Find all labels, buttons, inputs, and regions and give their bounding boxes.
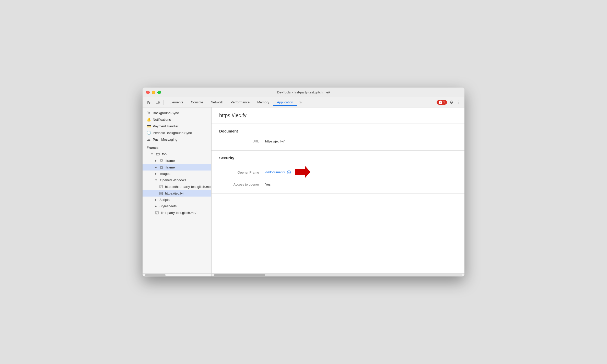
- sidebar-scrollbar: [143, 273, 212, 276]
- sidebar-item-jec-fyi[interactable]: https://jec.fyi: [143, 190, 211, 197]
- sidebar-item-thirdparty-label: https://third-party-test.glitch.me/p...: [165, 185, 211, 189]
- sidebar-item-iframe-2[interactable]: ▶ iframe: [143, 164, 211, 171]
- opener-frame-container: <#document> ⊕: [265, 166, 310, 178]
- sidebar-item-notifications[interactable]: 🔔 Notifications: [143, 116, 211, 123]
- sidebar-item-payment-handler[interactable]: 💳 Payment Handler: [143, 123, 211, 129]
- sidebar-item-iframe1-label: iframe: [166, 159, 175, 163]
- frame-icon-1: [159, 159, 164, 163]
- content-scrollbar: [212, 273, 464, 276]
- tab-console[interactable]: Console: [187, 99, 207, 106]
- svg-text:⊕: ⊕: [288, 171, 289, 174]
- sidebar-item-firstparty-label: first-party-test.glitch.me/: [161, 211, 196, 215]
- bell-icon: 🔔: [147, 117, 151, 122]
- expand-arrow-iframe1: ▶: [155, 159, 157, 162]
- sidebar-item-third-party[interactable]: https://third-party-test.glitch.me/p...: [143, 183, 211, 190]
- svg-rect-6: [160, 166, 162, 168]
- page-icon-1: [159, 185, 163, 189]
- devtools-window: DevTools - first-party-test.glitch.me// …: [143, 88, 464, 276]
- red-arrow-annotation: [295, 166, 310, 178]
- tab-application[interactable]: Application: [273, 99, 297, 106]
- window-bottom: [143, 273, 464, 276]
- svg-rect-4: [160, 160, 162, 161]
- sidebar-item-first-party[interactable]: first-party-test.glitch.me/: [143, 209, 211, 216]
- more-options-button[interactable]: ⋮: [456, 99, 462, 106]
- sidebar-item-label: Notifications: [153, 118, 171, 122]
- svg-rect-0: [156, 101, 158, 104]
- sidebar-item-images[interactable]: ▶ Images: [143, 171, 211, 177]
- sidebar-item-push-messaging[interactable]: ☁ Push Messaging: [143, 136, 211, 143]
- sidebar-item-background-sync[interactable]: ↻ Background Sync: [143, 110, 211, 116]
- more-tabs-button[interactable]: »: [297, 99, 304, 106]
- opener-frame-link[interactable]: <#document> ⊕: [265, 170, 291, 175]
- expand-arrow-images: ▶: [155, 172, 157, 175]
- toolbar-divider: [164, 100, 164, 105]
- tab-bar: Elements Console Network Performance Mem…: [166, 99, 436, 106]
- card-icon: 💳: [147, 124, 151, 128]
- opener-frame-value-group: <#document> ⊕: [265, 166, 310, 178]
- toolbar: Elements Console Network Performance Mem…: [143, 97, 464, 107]
- expand-arrow-windows: ▼: [155, 179, 157, 181]
- tab-network[interactable]: Network: [207, 99, 227, 106]
- access-opener-value: Yes: [265, 183, 271, 186]
- content-url-header: https://jec.fyi: [212, 107, 464, 124]
- folder-icon: [156, 152, 160, 156]
- security-title: Security: [219, 156, 457, 160]
- clock-icon: 🕐: [147, 131, 151, 135]
- sidebar-item-iframe2-label: iframe: [166, 165, 175, 169]
- sidebar-item-label: Payment Handler: [153, 124, 178, 128]
- sync-icon: ↻: [147, 111, 151, 115]
- sidebar-item-scripts[interactable]: ▶ Scripts: [143, 197, 211, 203]
- expand-arrow-stylesheets: ▶: [155, 205, 157, 208]
- document-section: Document URL https://jec.fyi/: [212, 124, 464, 151]
- main-content: ↻ Background Sync 🔔 Notifications 💳 Paym…: [143, 107, 464, 273]
- opener-frame-row: Opener Frame <#document> ⊕: [219, 164, 457, 180]
- svg-rect-1: [158, 102, 159, 103]
- sidebar-item-stylesheets[interactable]: ▶ Stylesheets: [143, 203, 211, 209]
- sidebar-item-scripts-label: Scripts: [159, 198, 170, 202]
- sidebar-item-label: Background Sync: [153, 111, 179, 115]
- expand-arrow-iframe2: ▶: [155, 166, 157, 169]
- error-icon: ✕: [439, 101, 442, 104]
- sidebar-item-top-label: top: [162, 152, 167, 156]
- tab-memory[interactable]: Memory: [254, 99, 273, 106]
- frames-header: Frames: [143, 143, 211, 151]
- access-opener-row: Access to opener Yes: [219, 180, 457, 188]
- sidebar-item-iframe-1[interactable]: ▶ iframe: [143, 157, 211, 164]
- sidebar-item-opened-windows[interactable]: ▼ Opened Windows: [143, 177, 211, 183]
- sidebar-item-windows-label: Opened Windows: [160, 178, 186, 182]
- error-count: 1: [443, 101, 445, 104]
- inspect-element-button[interactable]: [145, 99, 153, 106]
- sidebar-item-stylesheets-label: Stylesheets: [159, 204, 177, 208]
- tab-elements[interactable]: Elements: [166, 99, 187, 106]
- tab-performance[interactable]: Performance: [227, 99, 253, 106]
- cloud-icon: ☁: [147, 137, 151, 141]
- sidebar-item-label: Periodic Background Sync: [153, 131, 192, 135]
- maximize-button[interactable]: [157, 91, 161, 94]
- traffic-lights: [146, 91, 161, 94]
- expand-arrow-top: ▼: [151, 153, 153, 155]
- sidebar-item-periodic-bg-sync[interactable]: 🕐 Periodic Background Sync: [143, 129, 211, 136]
- close-button[interactable]: [146, 91, 150, 94]
- content-scroll-thumb[interactable]: [214, 274, 265, 276]
- content-pane: https://jec.fyi Document URL https://jec…: [212, 107, 464, 273]
- access-opener-label: Access to opener: [219, 183, 265, 186]
- svg-marker-12: [295, 166, 310, 178]
- sidebar-scroll-thumb[interactable]: [145, 274, 166, 276]
- page-url: https://jec.fyi: [219, 113, 248, 118]
- title-bar: DevTools - first-party-test.glitch.me//: [143, 88, 464, 97]
- sidebar-item-label: Push Messaging: [153, 138, 177, 141]
- sidebar: ↻ Background Sync 🔔 Notifications 💳 Paym…: [143, 107, 212, 273]
- sidebar-item-top[interactable]: ▼ top: [143, 151, 211, 157]
- security-section: Security Opener Frame <#document> ⊕: [212, 151, 464, 194]
- page-icon-3: [155, 211, 159, 215]
- error-badge[interactable]: ✕ 1: [437, 100, 447, 105]
- minimize-button[interactable]: [152, 91, 155, 94]
- settings-button[interactable]: ⚙: [449, 99, 454, 106]
- url-label: URL: [219, 139, 265, 143]
- device-toolbar-button[interactable]: [154, 99, 161, 106]
- sidebar-item-jecfyi-label: https://jec.fyi: [165, 191, 183, 195]
- opener-frame-label: Opener Frame: [219, 171, 265, 174]
- toolbar-right: ✕ 1 ⚙ ⋮: [437, 99, 462, 106]
- document-title: Document: [219, 129, 457, 133]
- url-value: https://jec.fyi/: [265, 139, 285, 143]
